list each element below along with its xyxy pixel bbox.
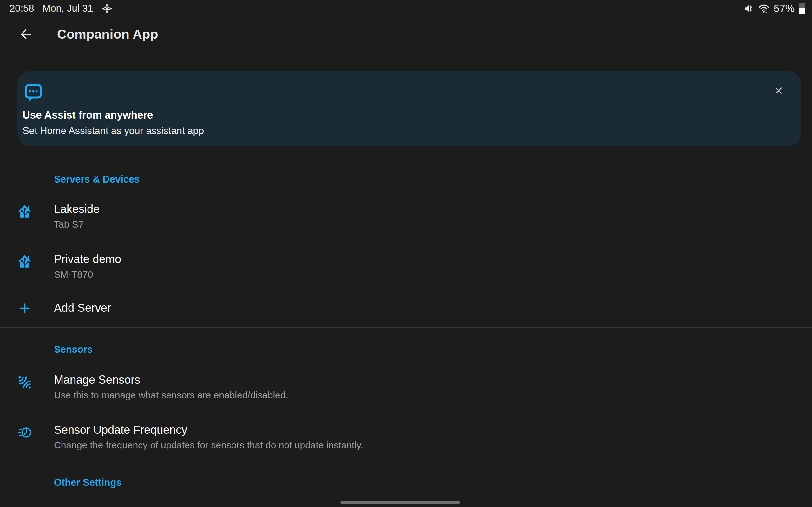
location-icon	[101, 3, 112, 14]
status-bar: 20:58 Mon, Jul 31	[0, 0, 812, 16]
server-name: Private demo	[54, 252, 121, 266]
sensor-update-frequency-row[interactable]: Sensor Update Frequency Change the frequ…	[0, 423, 812, 451]
page-title: Companion App	[57, 27, 158, 42]
sensor-update-frequency-title: Sensor Update Frequency	[54, 423, 363, 437]
add-server-row[interactable]: Add Server	[0, 301, 812, 317]
sensor-update-frequency-subtitle: Change the frequency of updates for sens…	[54, 440, 363, 451]
close-icon[interactable]	[773, 85, 784, 96]
server-name: Lakeside	[54, 202, 100, 216]
assist-chat-bubble-icon	[23, 82, 44, 103]
section-header-servers-devices: Servers & Devices	[0, 174, 812, 185]
battery-icon	[798, 3, 806, 14]
update-clock-icon	[17, 425, 33, 441]
server-device: SM-T870	[54, 269, 121, 280]
gesture-handle[interactable]	[340, 501, 460, 504]
home-assistant-icon	[17, 254, 33, 270]
assist-card-subtitle: Set Home Assistant as your assistant app	[22, 125, 760, 136]
status-date: Mon, Jul 31	[43, 3, 93, 14]
manage-sensors-title: Manage Sensors	[54, 373, 288, 387]
wifi-icon	[758, 3, 770, 14]
manage-sensors-subtitle: Use this to manage what sensors are enab…	[54, 389, 288, 401]
assist-card-title: Use Assist from anywhere	[22, 109, 760, 121]
plus-icon	[18, 301, 32, 317]
app-header: Companion App	[0, 16, 812, 52]
server-device: Tab S7	[54, 219, 100, 230]
sensors-icon	[17, 375, 33, 390]
divider	[0, 327, 812, 328]
server-row-lakeside[interactable]: Lakeside Tab S7	[0, 202, 812, 230]
back-arrow-icon	[18, 27, 33, 42]
manage-sensors-row[interactable]: Manage Sensors Use this to manage what s…	[0, 373, 812, 401]
home-assistant-icon	[17, 204, 33, 220]
companion-app-settings-screen: 20:58 Mon, Jul 31	[0, 0, 812, 507]
section-header-sensors: Sensors	[0, 344, 812, 355]
status-time: 20:58	[9, 3, 34, 14]
assist-promo-card[interactable]: Use Assist from anywhere Set Home Assist…	[17, 71, 801, 147]
section-header-other-settings: Other Settings	[0, 477, 812, 488]
back-button[interactable]	[18, 27, 33, 42]
add-server-label: Add Server	[54, 301, 111, 315]
volume-mute-vibrate-icon	[743, 3, 754, 14]
battery-percent: 57%	[774, 3, 795, 14]
divider	[0, 460, 812, 460]
server-row-private-demo[interactable]: Private demo SM-T870	[0, 252, 812, 280]
